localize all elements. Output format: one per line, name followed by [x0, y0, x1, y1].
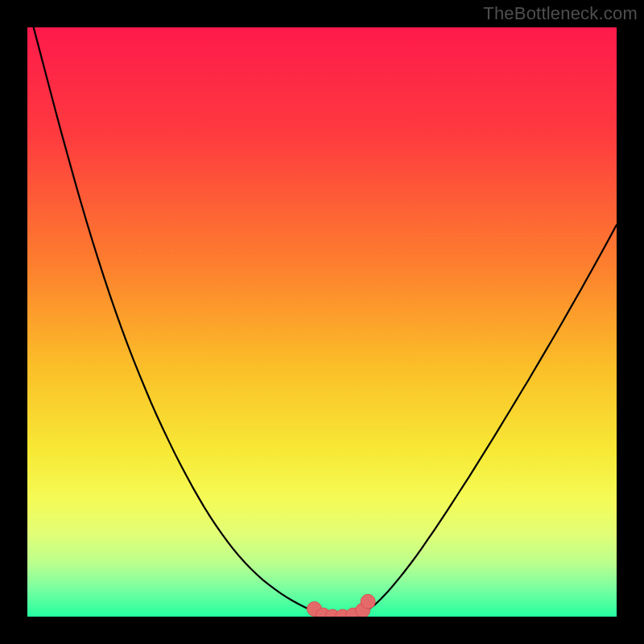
chart-frame: TheBottleneck.com — [0, 0, 644, 644]
curve-marker — [361, 594, 375, 609]
bottleneck-chart-svg — [27, 27, 617, 617]
gradient-background — [27, 27, 617, 617]
plot-area — [27, 27, 617, 617]
watermark-text: TheBottleneck.com — [483, 3, 638, 24]
